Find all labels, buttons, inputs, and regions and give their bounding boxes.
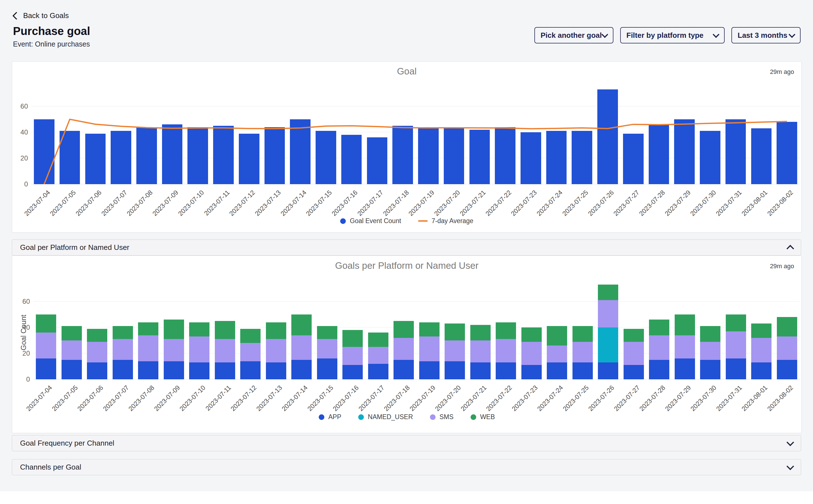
stacked-bar-segment-sms [572,342,593,363]
stacked-bar-segment-web [61,326,82,340]
stacked-bar-segment-sms [445,340,465,361]
stacked-bar-segment-app [342,365,363,379]
x-axis-label: 2023-08-02 [766,384,795,413]
stacked-bar-segment-web [445,323,465,340]
stacked-bar-segment-app [649,360,669,379]
stacked-bar-segment-app [470,362,491,379]
stacked-bar-segment-sms [113,339,133,360]
stacked-bar-segment-app [624,365,644,379]
legend-label: 7-day Average [432,217,473,225]
stacked-bar-segment-sms [368,347,388,364]
x-axis-label: 2023-07-08 [127,384,156,413]
stacked-bar-segment-sms [61,340,82,360]
stacked-bar-segment-web [777,317,797,336]
chevron-down-icon [786,463,794,470]
x-axis-label: 2023-07-13 [254,189,282,217]
stacked-bar-segment-web [394,321,414,338]
green-dot-icon [471,414,476,420]
stacked-bar-segment-app [266,362,286,379]
section-channels-per-goal[interactable]: Channels per Goal [12,459,801,475]
x-axis-label: 2023-07-08 [125,189,154,217]
stacked-bar-segment-app [215,362,235,379]
y-axis-tick: 0 [15,375,30,383]
blue-dot-icon [319,414,324,420]
x-axis-label: 2023-07-28 [638,384,667,413]
legend-app: APP [319,413,341,421]
stacked-bar-segment-app [164,361,184,379]
stacked-bar-segment-app [87,362,107,379]
x-axis-label: 2023-07-12 [229,384,258,413]
x-axis-label: 2023-07-21 [458,189,487,217]
stacked-bar-segment-app [368,364,388,379]
stacked-bar-segment-sms [189,336,210,362]
stacked-bar-segment-web [36,314,56,333]
x-axis-label: 2023-07-04 [23,189,52,217]
stacked-bar-segment-web [291,314,312,335]
goal-chart-panel: Goal 29m ago Goal Event Count 7-day Aver… [12,61,802,233]
x-axis-label: 2023-07-11 [203,189,231,217]
stacked-bar-segment-app [445,361,465,379]
stacked-bar-segment-app [496,362,516,379]
x-axis-label: 2023-07-20 [433,189,462,217]
stacked-bar-segment-sms [394,338,414,360]
stacked-bar-segment-sms [726,331,746,359]
platform-chart-updated: 29m ago [770,263,794,270]
date-range-dropdown[interactable]: Last 3 months [731,27,801,43]
stacked-bar-segment-sms [87,342,107,363]
x-axis-label: 2023-07-17 [357,384,386,413]
stacked-bar-segment-web [419,322,440,337]
x-axis-label: 2023-07-18 [383,384,411,413]
x-axis-label: 2023-07-24 [536,384,564,413]
stacked-bar-segment-sms [547,345,567,362]
stacked-bar-segment-app [138,361,158,379]
pick-goal-dropdown[interactable]: Pick another goal [534,27,614,43]
stacked-bar-segment-web [675,314,695,335]
x-axis-label: 2023-07-18 [381,189,410,217]
back-label: Back to Goals [23,11,69,20]
stacked-bar-segment-app [291,360,312,379]
section-label: Goal Frequency per Channel [20,439,114,448]
stacked-bar-segment-web [572,326,593,342]
stacked-bar-segment-web [113,326,133,339]
x-axis-label: 2023-07-12 [228,189,257,217]
legend-goal-event-count: Goal Event Count [340,217,401,225]
x-axis-label: 2023-07-11 [204,384,233,412]
pick-goal-label: Pick another goal [540,31,602,40]
stacked-bar-segment-sms [598,300,618,327]
x-axis-label: 2023-07-20 [434,384,462,413]
chevron-down-icon [713,31,719,38]
x-axis-label: 2023-07-05 [50,384,79,413]
section-goal-frequency-per-channel[interactable]: Goal Frequency per Channel [12,435,801,451]
platform-filter-label: Filter by platform type [627,31,704,40]
x-axis-label: 2023-07-24 [535,189,564,217]
stacked-bar-segment-app [675,358,695,379]
x-axis-label: 2023-07-10 [178,384,207,413]
stacked-bar-segment-sms [240,343,261,361]
stacked-bar-segment-web [164,320,184,339]
chevron-up-icon [786,245,794,252]
y-axis-tick: 60 [15,298,30,305]
x-axis-label: 2023-07-17 [356,189,385,217]
stacked-bar-segment-web [649,320,669,335]
x-axis-label: 2023-07-31 [715,189,743,217]
platform-filter-dropdown[interactable]: Filter by platform type [620,27,725,43]
y-axis-tick: 20 [15,349,30,357]
stacked-bar-segment-app [113,360,133,379]
stacked-bar-segment-app [61,360,82,379]
stacked-bar-segment-sms [36,333,56,358]
y-axis-tick: 0 [13,180,28,188]
stacked-bar-segment-app [572,362,593,379]
stacked-bar-segment-web [700,326,720,342]
stacked-bar-segment-sms [470,340,491,362]
back-to-goals-link[interactable]: Back to Goals [14,11,69,20]
stacked-bar-segment-app [521,365,542,379]
stacked-bar-segment-web [87,329,107,342]
x-axis-label: 2023-07-15 [305,189,333,217]
goal-dashboard: Back to Goals Purchase goal Event: Onlin… [0,0,813,504]
stacked-bar-segment-sms [291,335,312,360]
stacked-bar-segment-sms [751,338,772,362]
page-title: Purchase goal [13,25,90,38]
stacked-bar-segment-web [624,329,644,342]
goal-chart-title: Goal [12,66,801,77]
section-goal-per-platform[interactable]: Goal per Platform or Named User [12,239,801,256]
